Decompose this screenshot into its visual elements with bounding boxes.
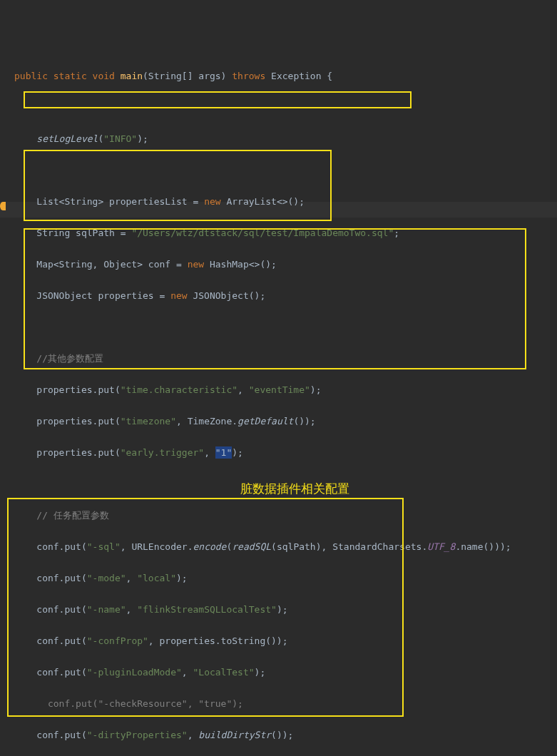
code-line: conf.put("-sql", URLEncoder.encode(readS…	[4, 539, 557, 555]
code-line: conf.put("-mode", "local");	[4, 571, 557, 586]
code-line: JSONObject properties = new JSONObject()…	[4, 288, 557, 304]
gutter-warning-icon[interactable]	[0, 202, 6, 210]
code-line: conf.put("-pluginLoadMode", "LocalTest")…	[4, 665, 557, 680]
code-line: conf.put("-dirtyProperties", buildDirtyS…	[4, 727, 557, 743]
code-line: // 任务配置参数	[4, 508, 557, 523]
highlight-box-properties	[24, 150, 332, 221]
code-line: setLogLevel("INFO");	[4, 131, 557, 147]
code-line: properties.put("time.characteristic", "e…	[4, 382, 557, 398]
code-line	[4, 100, 557, 116]
code-editor[interactable]: public static void main(String[] args) t…	[0, 0, 557, 756]
code-line: public static void main(String[] args) t…	[4, 68, 557, 84]
annotation-label: 脏数据插件相关配置	[240, 481, 349, 497]
code-line: conf.put("-name", "flinkStreamSQLLocalTe…	[4, 602, 557, 618]
selected-text: "1"	[215, 446, 232, 459]
code-line: List<String> propertiesList = new ArrayL…	[4, 194, 557, 210]
code-line: //其他参数配置	[4, 351, 557, 367]
code-line	[4, 320, 557, 335]
code-line: properties.put("early.trigger", "1");	[4, 445, 557, 461]
code-line: String sqlPath = "/Users/wtz/dtstack/sql…	[4, 225, 557, 241]
code-line: properties.put("timezone", TimeZone.getD…	[4, 414, 557, 429]
code-line	[4, 163, 557, 178]
code-line: conf.put("-checkResource", "true");	[4, 696, 557, 712]
code-line: conf.put("-confProp", properties.toStrin…	[4, 633, 557, 649]
code-line: Map<String, Object> conf = new HashMap<>…	[4, 257, 557, 272]
